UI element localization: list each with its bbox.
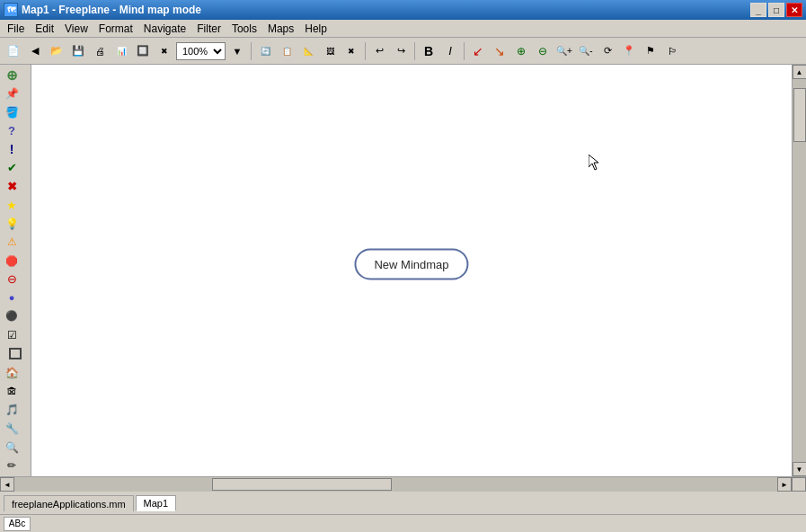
left-icon-help[interactable]: ? <box>2 122 22 140</box>
toolbar-btn9[interactable]: 📐 <box>298 41 318 61</box>
menu-edit[interactable]: Edit <box>30 21 59 37</box>
app-icon: 🗺 <box>4 3 18 17</box>
scroll-left-button[interactable]: ◄ <box>0 477 14 492</box>
close-button[interactable]: ✕ <box>786 3 802 17</box>
left-icon-square[interactable] <box>9 348 22 359</box>
toolbar: 📄 ◀ 📂 💾 🖨 📊 🔲 ✖ 100% 50% 75% 125% 150% 2… <box>0 38 806 65</box>
toolbar-btn6[interactable]: ✖ <box>155 41 174 61</box>
tab-file-freeplane[interactable]: freeplaneApplications.mm <box>4 495 134 511</box>
status-bar: ABc <box>0 514 806 532</box>
svg-marker-0 <box>589 155 598 170</box>
toolbar-save[interactable]: 💾 <box>68 41 88 61</box>
scroll-thumb-vertical[interactable] <box>793 88 806 142</box>
toolbar-t6[interactable]: 📍 <box>619 41 639 61</box>
sep2 <box>365 42 366 60</box>
menu-maps[interactable]: Maps <box>262 21 299 37</box>
toolbar-t8[interactable]: 🏳 <box>662 41 682 61</box>
zoom-select[interactable]: 100% 50% 75% 125% 150% 200% <box>176 42 226 60</box>
toolbar-bold[interactable]: B <box>419 41 438 61</box>
menu-view[interactable]: View <box>59 21 93 37</box>
menu-bar: File Edit View Format Navigate Filter To… <box>0 20 806 38</box>
menu-help[interactable]: Help <box>299 21 332 37</box>
toolbar-zoom-in[interactable]: 🔍+ <box>554 41 574 61</box>
left-icon-minus-circle[interactable]: ⊖ <box>2 270 22 288</box>
cursor <box>589 155 599 171</box>
toolbar-t2[interactable]: ↘ <box>490 41 509 61</box>
sep1 <box>251 42 252 60</box>
toolbar-undo[interactable]: ↩ <box>369 41 389 61</box>
zoom-dropdown-btn[interactable]: ▼ <box>227 41 247 61</box>
menu-format[interactable]: Format <box>93 21 138 37</box>
left-icon-house[interactable]: 🏠 <box>2 364 22 382</box>
toolbar-btn10[interactable]: 🖼 <box>320 41 340 61</box>
menu-navigate[interactable]: Navigate <box>138 21 191 37</box>
toolbar-t7[interactable]: ⚑ <box>641 41 660 61</box>
window-title: Map1 - Freeplane - Mind map mode <box>22 4 201 16</box>
scrollbar-corner <box>792 477 806 492</box>
scroll-track-vertical[interactable] <box>793 79 807 462</box>
scroll-down-button[interactable]: ▼ <box>793 462 807 476</box>
left-icon-stop[interactable]: 🛑 <box>2 252 22 270</box>
toolbar-btn5[interactable]: 🔲 <box>133 41 153 61</box>
scroll-track-horizontal[interactable] <box>14 477 777 492</box>
status-abc-button[interactable]: ABc <box>4 517 31 531</box>
toolbar-btn8[interactable]: 📋 <box>277 41 297 61</box>
left-icon-check[interactable]: ✔ <box>2 159 22 177</box>
title-bar-controls: _ □ ✕ <box>750 3 802 17</box>
left-icon-add[interactable]: ⊕ <box>2 66 22 84</box>
toolbar-t1[interactable]: ↙ <box>468 41 488 61</box>
left-icon-wrench[interactable]: 🔧 <box>2 420 22 438</box>
left-icon-pencil[interactable]: ✏ <box>2 457 22 474</box>
left-icon-pin[interactable]: 📌 <box>2 85 22 103</box>
tab-bar: freeplaneApplications.mm Map1 <box>0 492 806 511</box>
menu-file[interactable]: File <box>2 21 30 37</box>
menu-tools[interactable]: Tools <box>226 21 262 37</box>
toolbar-btn11[interactable]: ✖ <box>341 41 361 61</box>
toolbar-btn3[interactable]: 🖨 <box>90 41 110 61</box>
left-icon-building[interactable]: 🏚 <box>2 383 22 401</box>
toolbar-italic[interactable]: I <box>440 41 460 61</box>
sep3 <box>414 42 415 60</box>
status-abc-label: ABc <box>9 519 25 528</box>
toolbar-t3[interactable]: ⊕ <box>511 41 531 61</box>
left-icon-bulb[interactable]: 💡 <box>2 215 22 233</box>
minimize-button[interactable]: _ <box>750 3 766 17</box>
tab-map1-label: Map1 <box>144 498 169 509</box>
title-bar: 🗺 Map1 - Freeplane - Mind map mode _ □ ✕ <box>0 0 806 20</box>
left-icon-music[interactable]: 🎵 <box>2 402 22 420</box>
toolbar-zoom-out[interactable]: 🔍- <box>576 41 596 61</box>
right-scrollbar: ▲ ▼ <box>792 65 806 476</box>
left-panel: ⊕ 📌 🪣 ? ! ✔ ✖ ★ 💡 ⚠ 🛑 ⊖ ● ⚫ ☑ 🏠 🏚 🎵 🔧 🔍 … <box>0 65 31 476</box>
toolbar-open[interactable]: 📂 <box>47 41 66 61</box>
canvas-area[interactable]: New Mindmap <box>31 65 792 476</box>
toolbar-redo[interactable]: ↪ <box>391 41 411 61</box>
menu-filter[interactable]: Filter <box>191 21 226 37</box>
mindmap-node-label: New Mindmap <box>374 258 448 271</box>
horizontal-scrollbar: ◄ ► <box>0 477 806 492</box>
scroll-thumb-horizontal[interactable] <box>212 478 392 491</box>
title-bar-left: 🗺 Map1 - Freeplane - Mind map mode <box>4 3 201 17</box>
sep4 <box>464 42 465 60</box>
left-icon-cross[interactable]: ✖ <box>2 178 22 196</box>
scroll-right-button[interactable]: ► <box>777 477 792 492</box>
tab-file-label: freeplaneApplications.mm <box>12 499 126 510</box>
toolbar-btn2[interactable]: ◀ <box>25 41 45 61</box>
toolbar-new[interactable]: 📄 <box>4 41 23 61</box>
toolbar-btn7[interactable]: 🔄 <box>255 41 275 61</box>
scroll-up-button[interactable]: ▲ <box>793 65 807 79</box>
mindmap-node[interactable]: New Mindmap <box>354 249 468 280</box>
bottom-area: ◄ ► freeplaneApplications.mm Map1 <box>0 476 806 514</box>
left-icon-warning[interactable]: ⚠ <box>2 234 22 252</box>
tab-map1[interactable]: Map1 <box>136 495 177 511</box>
maximize-button[interactable]: □ <box>768 3 784 17</box>
left-icon-star[interactable]: ★ <box>2 196 22 214</box>
left-icon-exclamation[interactable]: ! <box>2 141 22 159</box>
left-icon-blue-dot[interactable]: ● <box>2 289 22 307</box>
left-icon-bucket[interactable]: 🪣 <box>2 103 22 121</box>
toolbar-t5[interactable]: ⟳ <box>598 41 617 61</box>
left-icon-magnify[interactable]: 🔍 <box>2 439 22 457</box>
left-icon-checkbox[interactable]: ☑ <box>2 326 22 344</box>
toolbar-t4[interactable]: ⊖ <box>533 41 553 61</box>
left-icon-black-dot[interactable]: ⚫ <box>2 307 22 325</box>
toolbar-btn4[interactable]: 📊 <box>111 41 131 61</box>
